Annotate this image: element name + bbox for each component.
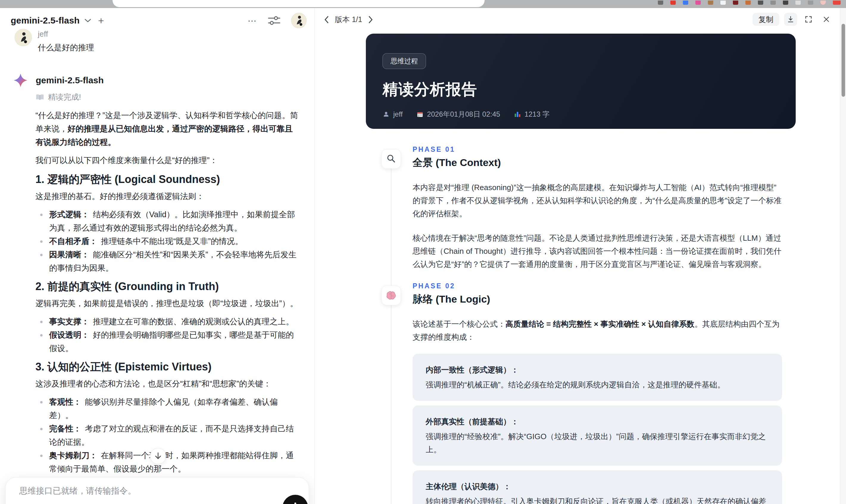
close-icon <box>823 16 830 23</box>
preview-scrollbar[interactable] <box>840 8 846 504</box>
brain-icon <box>381 286 401 305</box>
browser-extension-icon[interactable] <box>770 1 776 5</box>
person-icon <box>383 111 390 118</box>
arrow-down-icon <box>154 452 162 460</box>
word-count-meta: 1213 字 <box>514 109 549 119</box>
assistant-message-block: gemini-2.5-flash 精读完成! “什么是好的推理？”这是一个涉及逻… <box>13 73 301 504</box>
phase-title: 脉络 (The Logic) <box>412 292 782 306</box>
author-meta: jeff <box>383 110 403 119</box>
copy-button[interactable]: 复制 <box>753 13 779 26</box>
intro-paragraph: “什么是好的推理？”这是一个涉及逻辑学、认知科学和哲学核心的问题。简单来说，好的… <box>35 109 300 149</box>
phase-title: 全景 (The Context) <box>412 156 782 169</box>
magnifier-icon <box>381 149 401 169</box>
list-item: 形式逻辑：结构必须有效（Valid）。比如演绎推理中，如果前提全部为真，那么通过… <box>35 208 300 235</box>
list-item: 完备性：考虑了对立的观点和潜在的反证，而不是只选择支持自己结论的证据。 <box>35 422 300 449</box>
list-item: 客观性：能够识别并尽量排除个人偏见（如幸存者偏差、确认偏差）。 <box>35 395 300 422</box>
list-item: 奥卡姆剃刀：在解释同一个现象时，如果两种推理都能站得住脚，通常倾向于最简单、假设… <box>35 449 300 476</box>
section-title-2: 2. 前提的真实性 (Grounding in Truth) <box>35 279 300 294</box>
calendar-icon <box>417 111 424 118</box>
report-body: PHASE 01 全景 (The Context) 本内容是对“推理 (Reas… <box>315 143 846 504</box>
new-chat-button[interactable]: + <box>98 16 104 25</box>
phase-section-2: PHASE 02 脉络 (The Logic) 该论述基于一个核心公式：高质量结… <box>315 279 846 504</box>
version-label: 版本 1/1 <box>335 15 362 24</box>
phase-section-1: PHASE 01 全景 (The Context) 本内容是对“推理 (Reas… <box>315 143 846 271</box>
version-navigator: 版本 1/1 <box>323 15 374 24</box>
preview-toolbar: 版本 1/1 复制 <box>315 8 846 37</box>
open-book-icon <box>35 93 45 101</box>
browser-profile-avatar[interactable] <box>821 1 826 5</box>
expand-icon <box>804 15 813 23</box>
report-meta: jeff 2026年01月08日 02:45 1213 字 <box>383 109 779 119</box>
scroll-to-bottom-button[interactable] <box>150 448 166 464</box>
assistant-response-body: “什么是好的推理？”这是一个涉及逻辑学、认知科学和哲学核心的问题。简单来说，好的… <box>35 109 300 504</box>
dimension-card-1: 内部一致性（形式逻辑）： 强调推理的“机械正确”。结论必须在给定的规则系统内逻辑… <box>412 354 782 401</box>
bullet-list: 形式逻辑：结构必须有效（Valid）。比如演绎推理中，如果前提全部为真，那么通过… <box>35 208 300 275</box>
expand-button[interactable] <box>802 13 815 26</box>
browser-extension-icon[interactable] <box>670 1 676 5</box>
message-composer[interactable]: 思维接口已就绪，请传输指令。 + <box>5 477 309 504</box>
more-options-button[interactable]: ⋯ <box>248 16 257 26</box>
section-intro-2: 逻辑再完美，如果前提是错误的，推理也是垃圾（即“垃圾进，垃圾出”）。 <box>35 297 300 310</box>
browser-extension-icon[interactable] <box>733 1 738 5</box>
phase-label: PHASE 01 <box>412 143 782 154</box>
phase2-lead-paragraph: 该论述基于一个核心公式：高质量结论 = 结构完整性 × 事实准确性 × 认知自律… <box>412 318 782 344</box>
browser-extension-icon[interactable] <box>683 1 688 5</box>
user-message-text: 什么是好的推理 <box>38 42 94 53</box>
section-intro-3: 这涉及推理者的心态和方法论，也是区分“杠精”和“思想家”的关键： <box>35 377 300 391</box>
scrollbar-thumb[interactable] <box>842 24 845 97</box>
user-name: jeff <box>38 30 94 39</box>
ink-runner-avatar-art <box>293 15 305 26</box>
phase1-paragraph-1: 本内容是对“推理 (Reasoning)”这一抽象概念的高层建模。在知识爆炸与人… <box>412 181 782 220</box>
list-item: 假设透明：好的推理会明确指明哪些是已知事实，哪些是基于可能的假设。 <box>35 328 300 355</box>
composer-placeholder[interactable]: 思维接口已就绪，请传输指令。 <box>19 485 136 497</box>
bullet-list: 客观性：能够识别并尽量排除个人偏见（如幸存者偏差、确认偏差）。 完备性：考虑了对… <box>35 395 300 476</box>
chevron-right-icon[interactable] <box>368 16 374 24</box>
user-avatar[interactable] <box>291 13 306 28</box>
status-text: 精读完成! <box>48 92 81 102</box>
dimension-card-2: 外部真实性（前提基础）： 强调推理的“经验校准”。解决“GIGO（垃圾进，垃圾出… <box>412 406 782 466</box>
assistant-name: gemini-2.5-flash <box>36 75 104 85</box>
phase1-paragraph-2: 核心情境在于解决“思考的随意性”问题。不论是人类通过批判性思维进行决策，还是大语… <box>412 232 782 271</box>
chevron-down-icon[interactable] <box>84 18 92 23</box>
browser-extension-icon[interactable] <box>758 1 763 5</box>
app-window: gemini-2.5-flash + ⋯ <box>0 8 846 504</box>
browser-extension-icon[interactable] <box>795 1 801 5</box>
section-intro-1: 这是推理的基石。好的推理必须遵循逻辑法则： <box>35 190 300 203</box>
bullet-list: 事实支撑：推理建立在可靠的数据、准确的观测或公认的真理之上。 假设透明：好的推理… <box>35 315 300 355</box>
report-title: 精读分析报告 <box>383 79 779 100</box>
user-message-block: jeff 什么是好的推理 <box>15 29 94 53</box>
browser-extension-icon[interactable] <box>708 1 713 5</box>
download-icon <box>787 16 794 23</box>
browser-extension-icon[interactable] <box>695 1 701 5</box>
assistant-status-line: 精读完成! <box>35 92 301 102</box>
preview-panel: 版本 1/1 复制 <box>314 8 846 504</box>
browser-extension-icon[interactable] <box>833 1 841 5</box>
section-title-1: 1. 逻辑的严密性 (Logical Soundness) <box>35 172 300 187</box>
chevron-left-icon[interactable] <box>323 16 330 24</box>
list-item: 事实支撑：推理建立在可靠的数据、准确的观测或公认的真理之上。 <box>35 315 300 328</box>
voice-input-button[interactable] <box>282 495 308 504</box>
report-header-card: 思维过程 精读分析报告 jeff 2026年01月08日 02:45 <box>366 34 796 129</box>
browser-extension-icon[interactable] <box>783 1 788 5</box>
bar-chart-icon <box>514 111 521 118</box>
browser-extension-icon[interactable] <box>720 1 726 5</box>
date-meta: 2026年01月08日 02:45 <box>417 109 500 119</box>
close-panel-button[interactable] <box>820 13 833 26</box>
lead-paragraph: 我们可以从以下四个维度来衡量什么是“好的推理”： <box>35 154 300 167</box>
user-avatar <box>15 29 32 46</box>
browser-extension-icon[interactable] <box>808 1 813 5</box>
tune-settings-icon[interactable] <box>267 15 281 26</box>
browser-address-bar[interactable] <box>112 0 484 7</box>
list-item: 不自相矛盾：推理链条中不能出现“既是又非”的情况。 <box>35 235 300 248</box>
section-title-3: 3. 认知的公正性 (Epistemic Virtues) <box>35 359 300 374</box>
phase-label: PHASE 02 <box>412 279 782 290</box>
dimension-card-3: 主体伦理（认识美德）： 转向推理者的心理特征。引入奥卡姆剃刀和反向论证，旨在克服… <box>412 470 782 504</box>
browser-extension-icon[interactable] <box>745 1 751 5</box>
chat-panel: gemini-2.5-flash + ⋯ <box>0 8 314 504</box>
browser-extension-icon[interactable] <box>658 1 663 5</box>
thought-process-badge: 思维过程 <box>383 53 426 69</box>
list-item: 因果清晰：能准确区分“相关性”和“因果关系”，不会轻率地将先后发生的事情归为因果… <box>35 248 300 275</box>
model-selector[interactable]: gemini-2.5-flash <box>11 16 80 25</box>
download-button[interactable] <box>784 13 797 26</box>
gemini-star-icon <box>13 73 28 88</box>
